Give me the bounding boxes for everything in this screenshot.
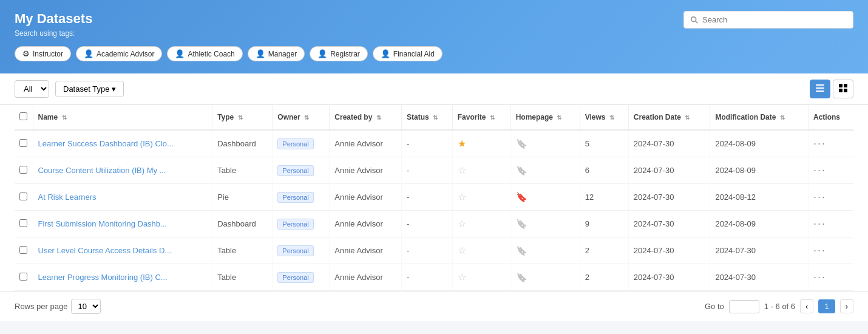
go-to-input[interactable] [729,300,759,313]
col-header-homepage[interactable]: Homepage ⇅ [510,105,580,130]
row-views-1: 6 [580,157,628,184]
favorite-empty-3[interactable]: ☆ [458,219,466,229]
actions-button-0[interactable]: ··· [813,137,826,150]
tag-manager[interactable]: 👤Manager [248,46,305,61]
tag-label-athletic-coach: Athletic Coach [188,50,234,58]
homepage-filled-2[interactable]: 🔖 [516,192,527,202]
chevron-down-icon: ▾ [112,84,116,94]
tag-financial-aid[interactable]: 👤Financial Aid [373,46,442,61]
tag-registrar[interactable]: 👤Registrar [310,46,368,61]
col-header-name[interactable]: Name ⇅ [33,105,212,130]
col-header-owner[interactable]: Owner ⇅ [273,105,330,130]
filter-select[interactable]: All [15,80,49,98]
row-checkbox-1[interactable] [19,166,27,174]
row-actions-4: ··· [809,237,854,264]
row-homepage-2: 🔖 [510,184,580,211]
tag-label-registrar: Registrar [330,50,360,58]
select-all-checkbox[interactable] [19,112,27,120]
col-header-status[interactable]: Status ⇅ [402,105,453,130]
favorite-empty-2[interactable]: ☆ [458,192,466,202]
svg-rect-2 [816,84,824,86]
actions-button-2[interactable]: ··· [813,191,826,203]
row-checkbox-cell-4 [15,237,33,264]
grid-view-button[interactable] [833,80,853,98]
actions-button-3[interactable]: ··· [813,217,826,230]
row-checkbox-5[interactable] [19,273,27,281]
page-1-button[interactable]: 1 [818,299,835,313]
favorite-empty-5[interactable]: ☆ [458,272,466,282]
homepage-empty-5[interactable]: 🔖 [516,272,527,282]
col-header-type[interactable]: Type ⇅ [212,105,273,130]
actions-button-4[interactable]: ··· [813,244,826,257]
row-owner-1: Personal [273,157,330,184]
table-row: First Submission Monitoring Dashb...Dash… [15,211,853,237]
svg-rect-4 [816,90,824,92]
homepage-empty-0[interactable]: 🔖 [516,138,527,149]
tag-icon-registrar: 👤 [317,49,327,58]
tag-instructor[interactable]: ⚙Instructor [15,46,71,61]
dataset-link-3[interactable]: First Submission Monitoring Dashb... [38,219,167,228]
tag-academic-advisor[interactable]: 👤Academic Advisor [76,46,162,61]
search-input[interactable] [702,15,847,24]
homepage-empty-1[interactable]: 🔖 [516,165,527,176]
row-checkbox-3[interactable] [19,219,27,227]
row-actions-3: ··· [809,211,854,237]
owner-badge-2: Personal [277,192,313,203]
row-views-3: 9 [580,211,628,237]
tag-icon-financial-aid: 👤 [381,49,390,58]
col-header-actions[interactable]: Actions [809,105,854,130]
homepage-empty-3[interactable]: 🔖 [516,219,527,229]
favorite-empty-1[interactable]: ☆ [458,165,466,176]
dataset-link-5[interactable]: Learner Progress Monitoring (IB) C... [38,273,168,282]
row-created-by-0: Annie Advisor [330,130,402,157]
table-container: Name ⇅Type ⇅Owner ⇅Created by ⇅Status ⇅F… [0,105,868,291]
tag-athletic-coach[interactable]: 👤Athletic Coach [167,46,242,61]
actions-button-5[interactable]: ··· [813,271,826,284]
dataset-type-button[interactable]: Dataset Type ▾ [55,81,124,97]
row-checkbox-2[interactable] [19,193,27,200]
dataset-link-4[interactable]: User Level Course Access Details D... [38,246,172,255]
rows-per-page-label: Rows per page [15,302,67,311]
col-header-created-by[interactable]: Created by ⇅ [330,105,402,130]
footer: Rows per page 10 25 50 Go to 1 - 6 of 6 … [0,291,868,321]
col-header-checkbox [15,105,33,130]
prev-page-button[interactable]: ‹ [800,299,813,313]
row-modification-date-2: 2024-08-12 [710,184,809,211]
actions-button-1[interactable]: ··· [813,164,826,177]
col-header-favorite[interactable]: Favorite ⇅ [452,105,510,130]
list-view-button[interactable] [810,80,830,98]
rows-per-page-select[interactable]: 10 25 50 [71,299,101,314]
sort-icon-type: ⇅ [238,114,243,121]
toolbar: All Dataset Type ▾ [0,73,868,105]
col-header-creation-date[interactable]: Creation Date ⇅ [628,105,710,130]
search-box[interactable] [683,11,853,29]
row-checkbox-cell-5 [15,264,33,291]
sort-icon-homepage: ⇅ [557,114,561,121]
datasets-table: Name ⇅Type ⇅Owner ⇅Created by ⇅Status ⇅F… [15,105,853,291]
sort-icon-creation-date: ⇅ [685,114,690,121]
dataset-link-0[interactable]: Learner Success Dashboard (IB) Clo... [38,139,174,148]
row-creation-date-5: 2024-07-30 [628,264,710,291]
tag-label-manager: Manager [268,50,297,58]
row-homepage-0: 🔖 [510,130,580,157]
search-icon [690,16,699,24]
row-checkbox-0[interactable] [19,139,27,147]
owner-badge-4: Personal [277,245,313,256]
col-header-views[interactable]: Views ⇅ [580,105,628,130]
col-header-modification-date[interactable]: Modification Date ⇅ [710,105,809,130]
next-page-button[interactable]: › [840,299,853,313]
row-status-4: - [402,237,453,264]
dataset-link-2[interactable]: At Risk Learners [38,193,97,202]
favorite-empty-4[interactable]: ☆ [458,245,466,256]
page-title: My Datasets [15,11,442,27]
table-row: Learner Progress Monitoring (IB) C...Tab… [15,264,853,291]
svg-point-0 [691,16,696,21]
favorite-filled-0[interactable]: ★ [458,138,466,149]
tag-icon-instructor: ⚙ [22,49,30,58]
homepage-empty-4[interactable]: 🔖 [516,245,527,256]
row-checkbox-4[interactable] [19,246,27,254]
row-status-2: - [402,184,453,211]
dataset-link-1[interactable]: Course Content Utilization (IB) My ... [38,166,166,175]
row-actions-0: ··· [809,130,854,157]
sort-icon-status: ⇅ [433,114,438,121]
